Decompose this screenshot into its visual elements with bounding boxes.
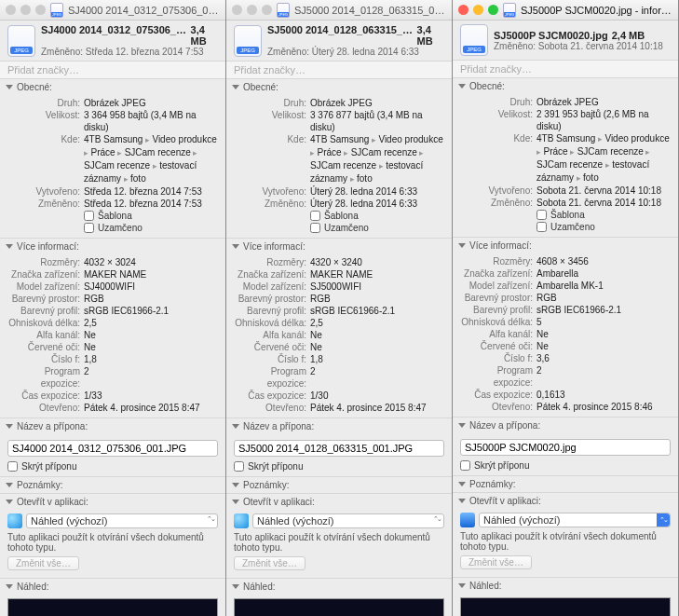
section-header[interactable]: Otevřít v aplikaci: [226,494,452,510]
where-path: 4TB SamsungVideo produkcePráceSJCam rece… [310,133,444,185]
kv-row: Velikost:3 376 877 bajtů (3,4 MB na disk… [226,109,452,133]
template-label: Šablona [550,210,585,220]
window-controls [6,5,46,15]
where-path: 4TB SamsungVideo produkcePráceSJCam rece… [84,133,218,185]
kv-row: Kde:4TB SamsungVideo produkcePráceSJCam … [226,133,452,185]
filename-input[interactable] [460,439,671,456]
section-comments: Poznámky: [226,477,452,494]
info-window: SJ4000 2014_0312_075306_001.JPG - in…SJ4… [0,0,226,616]
window-controls [458,5,498,15]
kv-row: Velikost:3 364 958 bajtů (3,4 MB na disk… [0,109,225,133]
kv-row: Barevný profil:sRGB IEC61966-2.1 [453,304,678,316]
section-comments: Poznámky: [453,476,678,493]
disclosure-triangle-icon [6,500,13,504]
rd-traffic-light[interactable] [232,5,242,15]
locked-checkbox[interactable] [84,223,94,233]
filename-input[interactable] [7,440,218,457]
section-header[interactable]: Název a přípona: [453,418,678,433]
section-header[interactable]: Obecné: [453,78,678,94]
preview-thumbnail[interactable]: FRÝDA [460,597,671,616]
kv-value: Ne [310,329,444,341]
kv-key: Velikost: [234,109,310,133]
section-header[interactable]: Otevřít v aplikaci: [0,494,225,510]
change-all-button[interactable]: Změnit vše… [460,555,532,569]
titlebar[interactable]: SJ5000 2014_0128_063315_001.JPG - inf… [226,0,452,21]
change-all-button[interactable]: Změnit vše… [7,556,79,570]
section-header[interactable]: Náhled: [226,579,452,595]
kv-value: 4032 × 3024 [84,256,218,268]
kv-key: Model zařízení: [460,280,536,292]
tags-field[interactable]: Přidat značky… [453,60,678,78]
section-header[interactable]: Poznámky: [0,477,225,493]
locked-checkbox[interactable] [536,222,547,232]
change-all-button[interactable]: Změnit vše… [234,556,306,570]
section-header[interactable]: Více informací: [453,238,678,253]
hide-extension-checkbox[interactable] [7,461,18,472]
locked-checkbox[interactable] [310,223,320,233]
kv-value: 2 [536,364,671,389]
window-title: SJ5000P SJCM0020.jpg - informace [521,5,672,16]
rd-traffic-light[interactable] [458,5,469,15]
hide-extension-checkbox[interactable] [460,460,470,471]
preview-thumbnail[interactable]: FRÝDA2014/03/12 07:53:05 [7,598,218,616]
section-header[interactable]: Více informací: [226,239,452,254]
kv-value: Úterý 28. ledna 2014 6:33 [310,198,444,210]
yl-traffic-light[interactable] [473,5,483,15]
file-changed: Změněno: Úterý 28. ledna 2014 6:33 [267,47,444,57]
gr-traffic-light[interactable] [262,5,272,15]
preview-thumbnail[interactable]: FRÝDA2014/01/28 06:33:14 [234,598,444,616]
template-label: Šablona [98,211,132,221]
file-size: 3,4 MB [417,24,444,47]
kv-value: 2 [310,365,444,390]
template-checkbox[interactable] [84,211,94,221]
section-header[interactable]: Náhled: [0,579,225,595]
kv-row: Druh:Obrázek JPEG [0,97,225,109]
section-header[interactable]: Název a přípona: [0,418,225,434]
kv-key: Barevný prostor: [460,292,536,304]
kv-row: Změněno:Úterý 28. ledna 2014 6:33 [226,198,452,210]
disclosure-triangle-icon [232,424,239,429]
kv-value: Středa 12. března 2014 7:53 [84,185,218,198]
section-header[interactable]: Obecné: [226,79,452,95]
kv-row: Značka zařízení:MAKER NAME [226,268,452,281]
kv-row: Číslo f:1,8 [226,353,452,365]
locked-label: Uzamčeno [324,223,369,233]
hide-extension-checkbox[interactable] [234,461,244,472]
open-with-help: Tuto aplikaci použít k otvírání všech do… [226,530,452,554]
kv-row: Červené oči:Ne [453,340,678,352]
section-header[interactable]: Obecné: [0,79,225,95]
yl-traffic-light[interactable] [20,5,31,15]
locked-checkbox-row: Uzamčeno [453,221,678,233]
section-header[interactable]: Více informací: [0,239,225,254]
section-header[interactable]: Poznámky: [453,476,678,492]
template-checkbox[interactable] [536,210,547,220]
kv-row: Barevný profil:sRGB IEC61966-2.1 [226,305,452,317]
kv-key: Kde: [460,132,536,185]
open-with-select[interactable]: Náhled (výchozí) [252,513,444,528]
kv-value: SJ5000WIFI [310,281,444,293]
section-header[interactable]: Poznámky: [226,477,452,493]
section-header[interactable]: Otevřít v aplikaci: [453,493,678,509]
rd-traffic-light[interactable] [6,5,16,15]
titlebar[interactable]: SJ4000 2014_0312_075306_001.JPG - in… [0,0,225,21]
tags-field[interactable]: Přidat značky… [226,61,452,79]
section-header[interactable]: Náhled: [453,578,678,594]
open-with-select[interactable]: Náhled (výchozí) [26,513,218,528]
kv-row: Značka zařízení:MAKER NAME [0,268,225,281]
yl-traffic-light[interactable] [247,5,257,15]
open-with-select[interactable]: Náhled (výchozí) [479,513,671,527]
section-header[interactable]: Název a přípona: [226,418,452,434]
section-more-info: Více informací:Rozměry:4320 × 3240Značka… [226,239,452,418]
gr-traffic-light[interactable] [35,5,46,15]
tags-field[interactable]: Přidat značky… [0,61,225,79]
gr-traffic-light[interactable] [488,5,498,15]
kv-row: Otevřeno:Pátek 4. prosince 2015 8:47 [0,402,225,414]
file-header: SJ5000P SJCM0020.jpg2,4 MBZměněno: Sobot… [453,21,678,60]
template-checkbox[interactable] [310,211,320,221]
kv-row: Model zařízení:SJ5000WIFI [226,281,452,293]
kv-row: Druh:Obrázek JPEG [226,97,452,109]
kv-value: 3 364 958 bajtů (3,4 MB na disku) [84,109,218,133]
kv-key: Změněno: [7,198,84,210]
filename-input[interactable] [234,440,444,457]
titlebar[interactable]: SJ5000P SJCM0020.jpg - informace [453,0,678,21]
